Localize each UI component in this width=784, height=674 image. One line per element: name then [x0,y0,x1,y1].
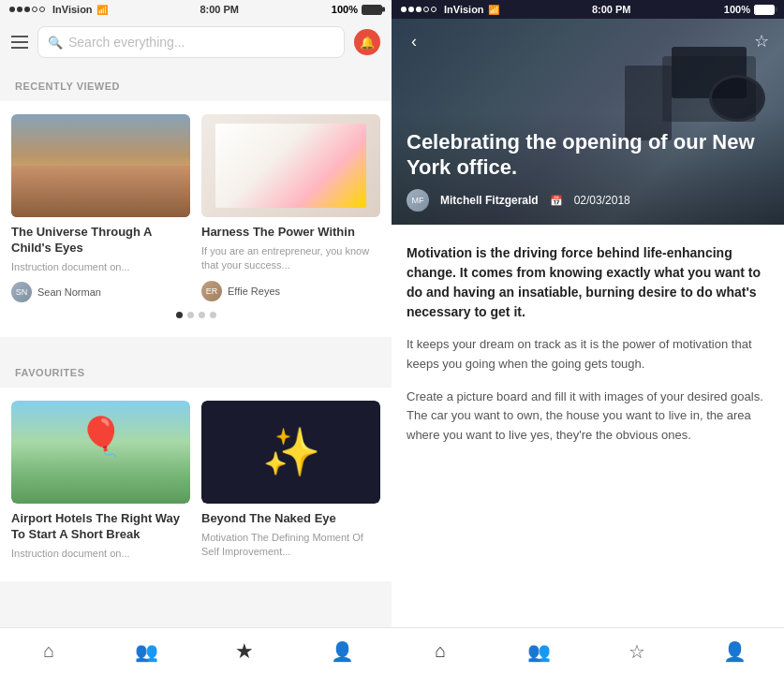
right-signal-dots [401,7,436,12]
rdot1 [401,7,407,12]
hero-author-avatar: MF [407,189,429,212]
search-icon: 🔍 [48,36,63,50]
dot-1[interactable] [176,312,183,318]
back-button[interactable]: ‹ [401,28,427,54]
card-harness[interactable]: Harness The Power Within If you are an e… [201,114,380,302]
article-lead-paragraph: Motivation is the driving force behind l… [407,243,769,322]
card-naked-eye-image [201,401,380,504]
right-nav-profile[interactable]: 👤 [686,628,784,674]
card-harness-image [201,114,380,217]
home-icon: ⌂ [43,640,54,662]
battery-fill [362,6,381,14]
card-naked-eye-title: Beyond The Naked Eye [201,511,380,527]
nav-profile[interactable]: 👤 [294,628,392,674]
right-status-bar: InVision 📶 8:00 PM 100% [392,0,784,19]
nav-star-active[interactable]: ★ [196,628,294,674]
search-box[interactable]: 🔍 Search everything... [37,26,345,58]
right-nav-home[interactable]: ⌂ [392,628,490,674]
hero-title: Celebrating the opening of our New York … [407,130,769,180]
favourites-cards-row: Airport Hotels The Right Way To Start A … [11,401,380,568]
rdot3 [416,7,422,12]
right-nav-star[interactable]: ☆ [588,628,687,674]
battery-label: 100% [332,4,358,15]
dot-4[interactable] [210,312,216,318]
favourites-label: FAVOURITES [0,352,392,388]
rdot4 [423,7,429,12]
hamburger-line1 [11,36,28,37]
author-avatar-sean: SN [11,282,32,302]
carousel-dots [11,302,380,322]
nav-people[interactable]: 👥 [98,628,197,674]
people-icon: 👥 [135,640,158,663]
desert-landscape [11,114,190,217]
favourites-section: FAVOURITES Airport Hotels The Right Way … [0,352,392,581]
bookmark-button[interactable]: ☆ [748,28,775,54]
card-airport[interactable]: Airport Hotels The Right Way To Start A … [11,401,190,568]
card-airport-title: Airport Hotels The Right Way To Start A … [11,511,190,543]
workspace-scene [201,114,380,217]
article-content: Motivation is the driving force behind l… [392,225,784,627]
right-time: 8:00 PM [592,4,631,15]
battery-icon [362,5,382,15]
notification-bell[interactable]: 🔔 [354,29,380,55]
search-placeholder: Search everything... [68,35,185,50]
right-panel: InVision 📶 8:00 PM 100% Celebrating the … [392,0,784,674]
right-battery-fill [755,6,774,14]
dot4 [32,7,37,12]
article-para-1: It keeps your dream on track as it is th… [407,335,769,374]
card-airport-image [11,401,190,504]
card-harness-desc: If you are an entrepreneur, you know tha… [201,244,380,273]
star-outline-icon: ☆ [754,31,769,51]
star-icon-active: ★ [235,639,254,664]
rdot5 [431,7,436,12]
right-profile-icon: 👤 [723,640,747,663]
left-bottom-nav: ⌂ 👥 ★ 👤 [0,627,392,674]
signal-dots [9,7,45,12]
card-harness-title: Harness The Power Within [201,225,380,241]
card-airport-desc: Instruction document on... [11,547,190,561]
dot-2[interactable] [187,312,194,318]
article-para-2: Create a picture board and fill it with … [407,388,769,446]
recently-viewed-cards: The Universe Through A Child's Eyes Inst… [11,114,380,302]
dot-3[interactable] [199,312,205,318]
wifi-icon: 📶 [96,5,108,15]
menu-button[interactable] [11,36,28,49]
top-bar: 🔍 Search everything... 🔔 [0,19,392,66]
left-status-bar: InVision 📶 8:00 PM 100% [0,0,392,19]
nav-home[interactable]: ⌂ [0,628,98,674]
recently-viewed-section: The Universe Through A Child's Eyes Inst… [0,101,392,337]
hero-meta: MF Mitchell Fitzgerald 📅 02/03/2018 [407,189,769,212]
hero-overlay: Celebrating the opening of our New York … [392,111,784,225]
right-star-icon: ☆ [629,640,645,663]
dot1 [9,7,15,12]
card-universe[interactable]: The Universe Through A Child's Eyes Inst… [11,114,190,302]
hero-section: Celebrating the opening of our New York … [392,19,784,225]
sparkle-scene [201,401,380,504]
right-nav-people[interactable]: 👥 [490,628,588,674]
dot5 [39,7,45,12]
author-name-sean: Sean Norman [37,286,101,298]
card-universe-author: SN Sean Norman [11,282,190,302]
right-battery-icon [754,5,775,15]
author-name-effie: Effie Reyes [228,286,280,297]
card-naked-eye[interactable]: Beyond The Naked Eye Motivation The Defi… [201,401,380,568]
content-area: RECENTLY VIEWED The Universe Through A C… [0,66,392,627]
card-universe-title: The Universe Through A Child's Eyes [11,225,190,256]
left-panel: InVision 📶 8:00 PM 100% 🔍 Search everyth… [0,0,392,674]
time-display: 8:00 PM [200,4,239,15]
right-people-icon: 👥 [527,640,551,663]
hamburger-line3 [11,47,28,49]
right-status-left: InVision 📶 [401,4,499,15]
back-arrow-icon: ‹ [411,32,417,51]
right-home-icon: ⌂ [435,640,446,662]
right-wifi-icon: 📶 [488,5,499,15]
right-status-right: 100% [724,4,775,15]
author-avatar-effie: ER [201,281,222,301]
favourites-cards-container: Airport Hotels The Right Way To Start A … [0,388,392,581]
status-left: InVision 📶 [9,4,108,15]
dot3 [24,7,30,12]
balloon-scene [11,401,190,504]
hamburger-line2 [11,41,28,43]
right-battery-label: 100% [724,4,750,15]
right-bottom-nav: ⌂ 👥 ☆ 👤 [392,627,784,674]
